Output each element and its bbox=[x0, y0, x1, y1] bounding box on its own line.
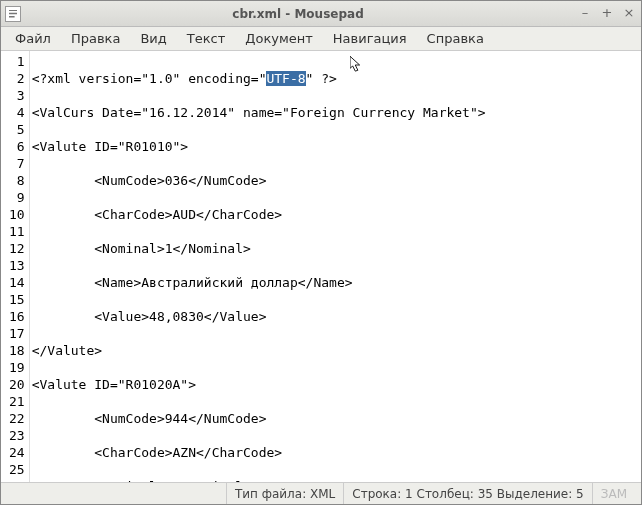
status-filetype: Тип файла: XML bbox=[226, 483, 343, 504]
menu-text[interactable]: Текст bbox=[179, 29, 234, 48]
code-line: <Valute ID="R01020A"> bbox=[32, 376, 639, 393]
line-number-gutter: 1234567891011121314151617181920212223242… bbox=[1, 51, 30, 482]
app-icon bbox=[5, 6, 21, 22]
code-line: <Name>Австралийский доллар</Name> bbox=[32, 274, 639, 291]
window-title: cbr.xml - Mousepad bbox=[25, 7, 571, 21]
code-line: <CharCode>AZN</CharCode> bbox=[32, 444, 639, 461]
selection: UTF-8 bbox=[266, 71, 305, 86]
code-line: <ValCurs Date="16.12.2014" name="Foreign… bbox=[32, 104, 639, 121]
menubar: Файл Правка Вид Текст Документ Навигация… bbox=[1, 27, 641, 51]
code-line: <CharCode>AUD</CharCode> bbox=[32, 206, 639, 223]
code-line: <NumCode>944</NumCode> bbox=[32, 410, 639, 427]
status-overwrite: ЗАМ bbox=[592, 483, 635, 504]
minimize-button[interactable]: – bbox=[577, 6, 593, 22]
editor[interactable]: 1234567891011121314151617181920212223242… bbox=[1, 51, 641, 482]
menu-view[interactable]: Вид bbox=[132, 29, 174, 48]
menu-edit[interactable]: Правка bbox=[63, 29, 128, 48]
code-line: <Nominal>1</Nominal> bbox=[32, 240, 639, 257]
code-line: <Valute ID="R01010"> bbox=[32, 138, 639, 155]
menu-help[interactable]: Справка bbox=[419, 29, 492, 48]
code-line: <?xml version="1.0" encoding="UTF-8" ?> bbox=[32, 70, 639, 87]
code-line: <NumCode>036</NumCode> bbox=[32, 172, 639, 189]
code-line: </Valute> bbox=[32, 342, 639, 359]
statusbar: Тип файла: XML Строка: 1 Столбец: 35 Выд… bbox=[1, 482, 641, 504]
code-area[interactable]: <?xml version="1.0" encoding="UTF-8" ?> … bbox=[30, 51, 641, 482]
close-button[interactable]: × bbox=[621, 6, 637, 22]
menu-navigation[interactable]: Навигация bbox=[325, 29, 415, 48]
menu-file[interactable]: Файл bbox=[7, 29, 59, 48]
cursor-icon bbox=[350, 56, 364, 74]
maximize-button[interactable]: + bbox=[599, 6, 615, 22]
menu-document[interactable]: Документ bbox=[237, 29, 321, 48]
code-line: <Value>48,0830</Value> bbox=[32, 308, 639, 325]
status-position: Строка: 1 Столбец: 35 Выделение: 5 bbox=[343, 483, 591, 504]
titlebar: cbr.xml - Mousepad – + × bbox=[1, 1, 641, 27]
